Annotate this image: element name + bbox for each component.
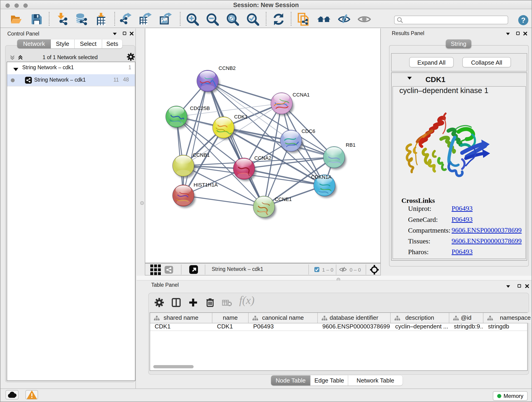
svg-text:CCNB2: CCNB2	[219, 65, 236, 71]
svg-text:CDC25B: CDC25B	[190, 105, 210, 111]
svg-text:RB1: RB1	[346, 142, 355, 148]
svg-text:HIST1H1A: HIST1H1A	[194, 182, 218, 188]
svg-text:CCNB1: CCNB1	[193, 152, 210, 158]
svg-text:CCNA1: CCNA1	[293, 92, 310, 98]
svg-text:?: ?	[521, 16, 526, 24]
svg-text:CCNE1: CCNE1	[275, 196, 292, 202]
svg-text:CDC6: CDC6	[302, 128, 315, 134]
svg-text:CDKN1A: CDKN1A	[311, 174, 332, 180]
svg-text:CCNA2: CCNA2	[254, 155, 272, 161]
svg-text:CDK1: CDK1	[234, 114, 248, 120]
